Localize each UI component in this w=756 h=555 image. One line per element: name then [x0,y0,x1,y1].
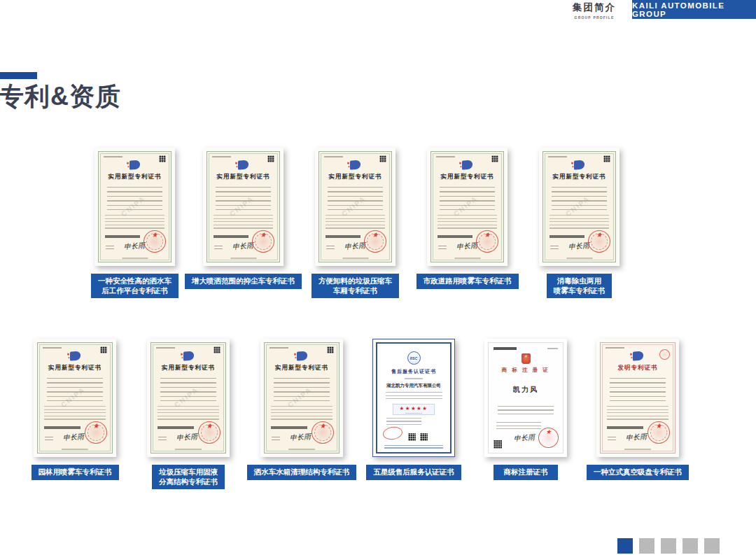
cnipa-logo-icon [70,351,80,360]
certificate-footer [62,449,88,450]
certificate-label: 园林用喷雾车专利证书 [31,465,119,480]
certificate-title: 实用新型专利证书 [212,173,274,181]
page-indicator-2[interactable] [639,538,654,554]
page-title: 专利&资质 [0,80,121,114]
certificate-footer [454,258,480,259]
signature: 申长雨 [290,432,312,443]
page-indicator-4[interactable] [682,538,698,554]
issuer-header [493,347,517,350]
certificate-title: 实用新型专利证书 [548,173,610,181]
signature: 申长雨 [232,241,254,252]
certificate-footer [175,449,202,450]
section-title: 集团简介 [570,1,619,14]
cnipa-logo-icon [633,351,643,360]
certificate-number [547,348,558,349]
five-stars: ★★★★★ [393,406,434,412]
certificate-fields [610,378,666,403]
qr-codes [408,433,428,441]
official-seal-icon [364,230,386,253]
qr-code-icon [267,155,274,162]
utility-patent-certificate: 实用新型专利证书 申长雨 CNIPA [203,148,284,266]
certificate-item: 实用新型专利证书 申长雨 CNIPA 方便卸料的垃圾压缩车车厢专利证书 [315,148,396,298]
certificate-label: 一种立式真空吸盘专利证书 [587,465,689,480]
national-emblem-icon [522,353,531,364]
certificate-paragraph [438,215,497,231]
page-indicator-5[interactable] [704,538,720,554]
official-seal-icon [588,230,610,253]
certificate-barcode [326,235,360,238]
certificate-fields-2 [496,422,541,429]
certificate-barcode [438,235,472,238]
certificate-number [43,347,62,349]
certificate-item: 实用新型专利证书 申长雨 CNIPA 垃圾压缩车用固液分离结构专利证书 [147,339,230,489]
signature: 申长雨 [124,241,146,252]
certificate-footer [230,258,256,259]
certificate-footer [384,445,442,449]
certificate-number [156,347,175,349]
certificate-number [436,156,455,157]
rsc-logo-icon [407,351,421,365]
cnipa-logo-icon [130,160,140,169]
certificate-item: 实用新型专利证书 申长雨 CNIPA 增大喷洒范围的抑尘车专利证书 [203,148,284,289]
qr-code-icon [379,155,386,162]
official-seal-icon [85,421,107,444]
certificate-paragraph [550,215,609,231]
issuer-label [326,246,335,251]
certificate-title: 实用新型专利证书 [104,173,166,181]
certificate-number [324,156,343,157]
official-seal-icon [476,230,498,253]
issuer-label [214,246,223,251]
issuer-label [438,246,447,251]
trademark-registration-certificate: 商 标 注 册 证 凯力风 申长雨 [484,339,567,457]
signature: 申长雨 [568,241,590,252]
cnipa-logo-icon [574,160,584,169]
certificate-footer [566,258,592,259]
page-indicator-3[interactable] [661,538,676,554]
cnipa-logo-icon [462,160,472,169]
certificate-title: 实用新型专利证书 [324,173,386,181]
certificate-item: 实用新型专利证书 申长雨 CNIPA 洒水车水箱清理结构专利证书 [260,339,343,480]
trademark-name: 凯力风 [493,385,558,395]
certificate-label: 商标注册证书 [493,465,558,480]
certificate-footer [624,449,651,450]
cnipa-logo-icon [238,160,248,169]
official-seal-icon [538,428,559,448]
utility-patent-certificate: 实用新型专利证书 申长雨 CNIPA [34,339,116,457]
page-indicator-1[interactable] [617,538,633,554]
issuer-label [272,437,280,442]
certificate-footer [342,258,368,259]
company-name: 湖北凯力专用汽车有限公司 [382,383,445,389]
certificate-paragraph [326,215,385,231]
qr-code-icon [603,155,610,162]
certificate-number [104,156,122,157]
certificate-footer [288,449,315,450]
certificate-barcode [158,426,194,429]
certificate-paragraph [214,215,273,231]
official-seal-icon [144,230,166,253]
pagination [617,538,720,554]
brand-name: KAILI AUTOMOBILE GROUP [632,1,756,18]
certificate-footer [122,258,148,259]
qr-code-icon [491,155,498,162]
certificate-label: 一种安全性高的洒水车后工作平台专利证书 [91,274,178,298]
certificate-title: 售后服务认证证书 [382,368,445,375]
certificate-title: 实用新型专利证书 [43,364,107,372]
section-title-block: 集团简介 GROUP PROFILE [570,1,619,20]
official-seal-icon [312,421,334,444]
utility-patent-certificate: 实用新型专利证书 申长雨 CNIPA [94,148,175,266]
issuer-label [45,437,53,442]
certificate-label: 洒水车水箱清理结构专利证书 [247,465,357,480]
certificate-title: 实用新型专利证书 [156,364,220,372]
certificate-label: 增大喷洒范围的抑尘车专利证书 [185,274,302,289]
invention-patent-certificate: 发明专利证书 申长雨 [596,339,679,457]
brand-banner: KAILI AUTOMOBILE GROUP [632,0,756,19]
official-seal-icon [252,230,274,253]
cnipa-logo-icon [183,351,194,360]
certificate-item: 实用新型专利证书 申长雨 CNIPA 一种安全性高的洒水车后工作平台专利证书 [94,148,175,298]
issuer-label [608,437,616,442]
certificate-paragraph [271,406,332,422]
certificate-barcode [44,426,80,429]
utility-patent-certificate: 实用新型专利证书 申长雨 CNIPA [427,148,507,266]
qr-code-icon [100,346,107,353]
issuer-label [550,246,559,251]
